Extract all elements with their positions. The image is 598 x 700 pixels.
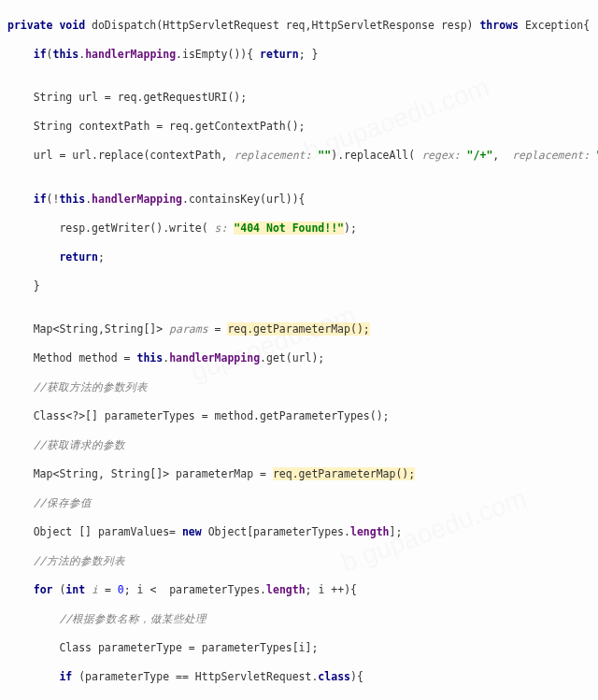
code-block: private void doDispatch(HttpServletReque…	[0, 0, 598, 700]
